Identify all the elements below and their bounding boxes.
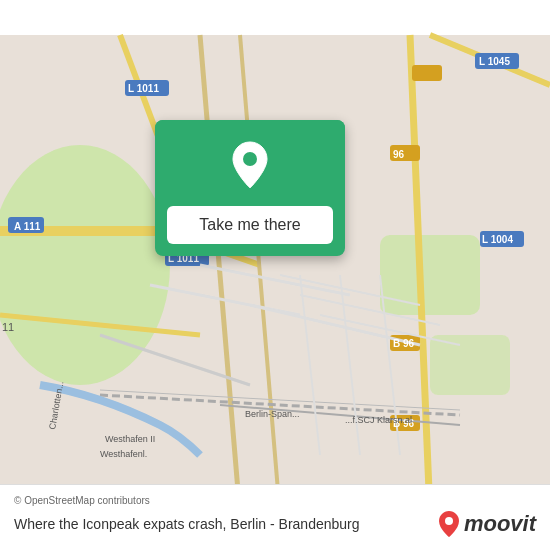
svg-text:Westhafenl.: Westhafenl. — [100, 449, 147, 459]
svg-text:L 1045: L 1045 — [479, 56, 510, 67]
svg-rect-3 — [430, 335, 510, 395]
svg-text:...f.SCJ Klarsn.al: ...f.SCJ Klarsn.al — [345, 415, 412, 425]
moovit-logo: moovit — [438, 510, 536, 538]
svg-text:Westhafen II: Westhafen II — [105, 434, 155, 444]
svg-text:B 96: B 96 — [393, 338, 415, 349]
bottom-bar: © OpenStreetMap contributors Where the I… — [0, 484, 550, 550]
svg-text:A 111: A 111 — [14, 221, 41, 232]
svg-text:11: 11 — [2, 321, 14, 333]
moovit-logo-text: moovit — [464, 511, 536, 537]
svg-point-49 — [243, 152, 257, 166]
map-background: A 111 L 1011 L 1011 96 L 1045 L 1004 B 9… — [0, 0, 550, 550]
svg-text:L 1004: L 1004 — [482, 234, 513, 245]
map-container: A 111 L 1011 L 1011 96 L 1045 L 1004 B 9… — [0, 0, 550, 550]
moovit-pin-icon — [438, 510, 460, 538]
svg-text:Berlin-Span...: Berlin-Span... — [245, 409, 300, 419]
svg-text:L 1011: L 1011 — [128, 83, 159, 94]
svg-point-50 — [445, 517, 453, 525]
svg-rect-2 — [380, 235, 480, 315]
location-text: Where the Iconpeak expats crash, Berlin … — [14, 516, 438, 532]
popup-icon-area — [155, 120, 345, 206]
attribution-text: © OpenStreetMap contributors — [14, 495, 536, 506]
location-pin-icon — [229, 140, 271, 190]
popup-card: Take me there — [155, 120, 345, 256]
svg-rect-14 — [412, 65, 442, 81]
location-info-row: Where the Iconpeak expats crash, Berlin … — [14, 510, 536, 538]
take-me-there-button[interactable]: Take me there — [167, 206, 333, 244]
svg-text:96: 96 — [393, 149, 405, 160]
